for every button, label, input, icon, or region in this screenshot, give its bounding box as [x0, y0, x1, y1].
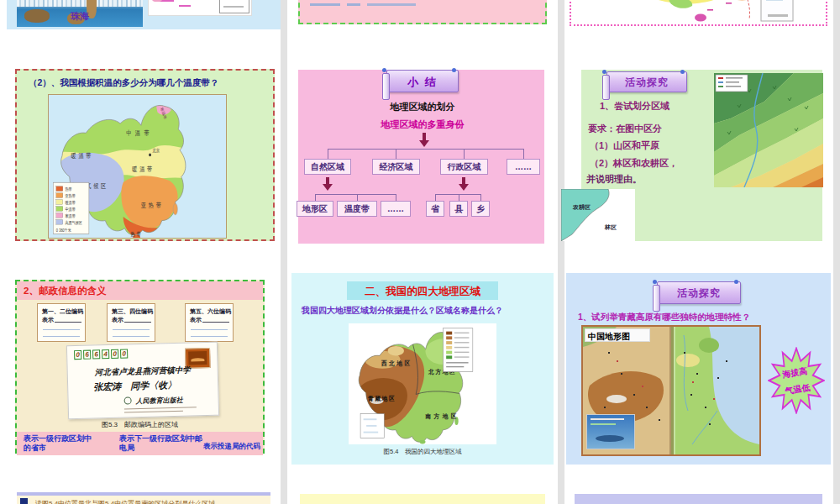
card-text: 表示: [112, 316, 123, 324]
slide-r1c2[interactable]: [291, 0, 554, 29]
svg-text:亚热带: 亚热带: [66, 194, 76, 199]
publisher-logo-icon: [124, 396, 132, 404]
node-province: 省: [426, 201, 444, 217]
faint-text-placeholder: [347, 3, 360, 6]
postcode-digit: 0: [74, 350, 81, 360]
page-fold: [669, 327, 674, 454]
connector-line: [396, 194, 396, 201]
envelope-address1: 河北省卢龙县燕河营镇中学: [68, 365, 218, 380]
rule-line: [43, 329, 80, 330]
fine-print-line: [124, 411, 183, 413]
region-division-inset: 农耕区 林区: [561, 189, 635, 241]
scroll-banner: 活动探究: [657, 281, 741, 304]
connector-line: [315, 194, 316, 201]
mini-map-panel: [148, 0, 252, 16]
connector-line: [480, 194, 481, 201]
node-ellipsis: ……: [381, 201, 411, 217]
postcode-card: 第五、六位编码 表示: [185, 303, 234, 342]
snow-patch: [606, 395, 627, 403]
tiny-label-mark: [707, 9, 713, 11]
card-title: 第五、六位编码: [190, 307, 231, 316]
connector-line: [435, 194, 436, 201]
zone-label: 热带: [131, 230, 143, 238]
postal-panel: 2、邮政信息的含义 第一、二位编码 表示 第三、四位编码 表示 第五、六位编码 …: [15, 280, 265, 454]
node-county: 县: [449, 201, 468, 217]
inset-mark: [366, 425, 376, 427]
postcode-card: 第三、四位编码 表示: [107, 303, 155, 342]
zone-label: 暖温带: [71, 151, 94, 160]
four-regions-map: 西北地区 青藏地区 北方地区 南方地区: [349, 323, 496, 444]
task-line: 要求：在图中区分: [588, 123, 662, 135]
slide-r4c3[interactable]: [566, 490, 831, 504]
slide-r4c2[interactable]: [291, 490, 554, 504]
svg-text:寒温带: 寒温带: [66, 214, 76, 219]
zone-label: 亚热带: [141, 201, 164, 209]
rule-line: [191, 329, 228, 330]
sea-inset: [761, 0, 793, 21]
lavender-panel: [575, 494, 822, 504]
zone-label: 中温带: [126, 129, 153, 137]
region-label: 南方地区: [425, 412, 459, 420]
section-title: 2、邮政信息的含义: [24, 285, 106, 297]
photo-inset: [586, 414, 635, 449]
task-line: 1、尝试划分区域: [600, 100, 669, 113]
rule-line: [191, 336, 228, 337]
slide-r2c1[interactable]: （2）、我国根据积温的多少分为哪几个温度带？ 北京: [7, 61, 281, 249]
city-skyline: [17, 0, 143, 7]
slide-r3c2[interactable]: 二、我国的四大地理区域 我国四大地理区域划分依据是什么？区域名称是什么？ 西北地…: [291, 273, 554, 465]
figure-caption: 图5.4 我国的四大地理区域: [291, 448, 554, 456]
banner-knob-icon: [382, 68, 386, 72]
map-legend: [444, 328, 473, 372]
task-line: 并说明理由。: [586, 173, 642, 186]
green-panel: （2）、我国根据积温的多少分为哪几个温度带？ 北京: [15, 69, 275, 241]
map-title-box: 中国地形图: [585, 328, 650, 342]
top-accent-bar: [17, 492, 270, 496]
yellow-panel: [300, 494, 545, 504]
postal-note: 表示投递局的代码: [203, 442, 260, 451]
slide-r3c3[interactable]: 活动探究 1、试列举青藏高原有哪些独特的地理特性？: [566, 273, 831, 465]
header-strip: 2、邮政信息的含义: [17, 281, 263, 300]
node-economic-region: 经济区域: [372, 159, 420, 175]
section-title: 二、我国的四大地理区域: [347, 285, 498, 299]
node-landform: 地形区: [297, 201, 333, 217]
card-title: 第三、四位编码: [112, 307, 153, 316]
slide-title: （2）、我国根据积温的多少分为哪几个温度带？: [29, 77, 218, 89]
inset-mark: [364, 418, 377, 420]
connector-line: [435, 194, 480, 195]
slide-r2c3[interactable]: 活动探究 1、尝试划分区域 要求：在图中区分 （1）山区和平原 （2）林区和农耕…: [566, 61, 831, 249]
svg-text:高原气候区: 高原气候区: [66, 220, 83, 226]
region-label: 西北地区: [381, 360, 412, 367]
slide-r3c1[interactable]: 2、邮政信息的含义 第一、二位编码 表示 第三、四位编码 表示 第五、六位编码 …: [7, 273, 281, 465]
postcode-card: 第一、二位编码 表示: [37, 303, 86, 342]
footer-strip: 表示一级行政区划中 的省市 表示下一级行政区划中邮 电局 表示投递局的代码: [17, 432, 263, 455]
stamp-bird: [191, 358, 204, 361]
photo-label: 珠海: [17, 10, 143, 23]
postal-note: 表示下一级行政区划中邮 电局: [119, 434, 202, 453]
card-title: 第一、二位编码: [42, 307, 83, 316]
postcode-digit: 4: [102, 349, 109, 359]
scroll-banner: 活动探究: [606, 71, 687, 92]
topographic-map: [714, 73, 823, 187]
svg-text:热带: 热带: [66, 187, 72, 192]
slide-r1c1[interactable]: 珠海: [7, 0, 281, 29]
inset-mark: [766, 0, 783, 1]
slide-r2c2[interactable]: 小 结 地理区域的划分 地理区域的多重身份 自然区域 经济区域 行政区域 …… …: [291, 61, 554, 249]
envelope-address2: 张宏涛 同学〈收〉: [93, 379, 176, 394]
diagram-heading1: 地理区域的划分: [291, 101, 554, 113]
connector-line: [464, 149, 465, 159]
connector-line: [328, 149, 328, 159]
node-natural-region: 自然区域: [304, 159, 351, 175]
node-township: 乡: [471, 201, 490, 217]
temperature-map-svg: 北京 中温带 暖温带 暖温带 高原气候区 亚热带 热带 寒温带 热带 亚热带 暖…: [49, 95, 226, 238]
question-text: 1、试列举青藏高原有哪些独特的地理特性？: [578, 312, 750, 323]
task-line: （1）山区和平原: [590, 139, 659, 152]
legend-mark: [718, 81, 723, 83]
question-text: 我国四大地理区域划分依据是什么？区域名称是什么？: [302, 305, 503, 317]
slide-r4c1[interactable]: 读图5.4中位置最北与图5.4中位置最南的区域分别是什么区域: [7, 490, 281, 504]
legend-mark: [718, 77, 723, 79]
title-strip: 二、我国的四大地理区域: [347, 281, 498, 300]
slide-r1c3[interactable]: [566, 0, 831, 29]
blank-line: [55, 322, 81, 323]
postcode-digit: 6: [92, 349, 100, 359]
inset-caption-mark: [768, 14, 788, 17]
